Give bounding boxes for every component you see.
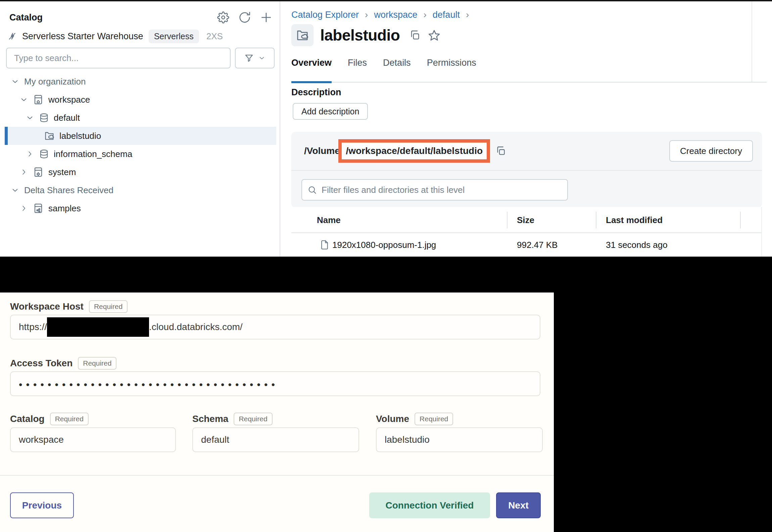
warehouse-name: Serverless Starter Warehouse	[22, 31, 143, 42]
catalog-search-input[interactable]	[6, 48, 231, 68]
tree-item-system[interactable]: system	[0, 163, 279, 181]
refresh-icon[interactable]	[238, 11, 251, 24]
tree-item-default[interactable]: default	[0, 109, 279, 127]
column-divider[interactable]	[596, 212, 596, 228]
catalog-tree: My organization workspace default labels…	[0, 72, 279, 217]
schema-icon	[39, 113, 49, 123]
chevron-right-icon[interactable]	[19, 204, 28, 213]
copy-name-icon[interactable]	[409, 30, 421, 41]
volume-input[interactable]: labelstudio	[376, 427, 543, 452]
catalog-label: Catalog	[10, 414, 45, 424]
previous-button[interactable]: Previous	[10, 492, 74, 518]
add-catalog-icon[interactable]	[259, 11, 273, 24]
breadcrumb-catalog-explorer[interactable]: Catalog Explorer	[291, 10, 359, 20]
catalog-icon	[33, 94, 44, 105]
file-name[interactable]: 1920x1080-opposum-1.jpg	[332, 233, 436, 257]
tab-overview[interactable]: Overview	[291, 58, 332, 76]
chevron-right-icon[interactable]	[26, 150, 34, 158]
tree-item-information-schema[interactable]: information_schema	[0, 145, 279, 163]
tree-item-workspace[interactable]: workspace	[0, 91, 279, 109]
catalog-sidebar: Catalog Serverless Starter Warehouse Ser…	[0, 1, 280, 257]
table-right-border	[761, 207, 762, 257]
file-filter-input[interactable]	[322, 185, 562, 195]
chevron-right-icon[interactable]	[19, 168, 28, 176]
schema-icon	[39, 149, 49, 159]
volume-path-highlighted: /workspace/default/labelstudio	[338, 139, 490, 163]
create-directory-button[interactable]: Create directory	[669, 140, 753, 162]
required-badge: Required	[50, 413, 89, 425]
file-filter-box	[301, 179, 568, 201]
volume-icon-badge	[291, 24, 313, 46]
required-badge: Required	[78, 357, 116, 370]
search-icon	[307, 185, 317, 195]
host-value-prefix: https://	[19, 322, 47, 332]
volume-label: Volume	[376, 414, 409, 424]
chevron-down-icon	[258, 54, 266, 62]
breadcrumb-separator: ›	[466, 9, 469, 20]
page-title: labelstudio	[320, 26, 400, 44]
gear-icon[interactable]	[216, 11, 230, 24]
workspace-host-label: Workspace Host	[10, 301, 84, 312]
tree-item-delta-shares-received[interactable]: Delta Shares Received	[0, 181, 279, 199]
host-value-suffix: .cloud.databricks.com/	[149, 322, 243, 332]
chevron-down-icon[interactable]	[26, 113, 34, 122]
filter-button[interactable]	[235, 48, 275, 68]
volume-detail-pane: Catalog Explorer › workspace › default ›…	[281, 1, 772, 257]
chevron-down-icon[interactable]	[11, 186, 19, 195]
funnel-icon	[244, 53, 254, 63]
schema-input[interactable]: default	[192, 427, 359, 452]
sidebar-title: Catalog	[9, 12, 43, 23]
tree-item-my-organization[interactable]: My organization	[0, 72, 279, 91]
catalog-input[interactable]: workspace	[10, 427, 176, 452]
required-badge: Required	[234, 413, 272, 425]
description-heading: Description	[291, 87, 341, 98]
schema-label: Schema	[192, 414, 228, 424]
system-catalog-icon	[33, 167, 44, 177]
next-button[interactable]: Next	[496, 492, 541, 518]
chevron-down-icon[interactable]	[19, 95, 28, 104]
tab-details[interactable]: Details	[383, 58, 411, 76]
table-header: Name Size Last modified	[291, 207, 762, 233]
access-token-label: Access Token	[10, 358, 73, 369]
serverless-warehouse-icon	[7, 32, 17, 41]
breadcrumb-workspace[interactable]: workspace	[374, 10, 417, 20]
copy-path-icon[interactable]	[495, 146, 506, 156]
panel-divider	[291, 170, 762, 171]
required-badge: Required	[415, 413, 453, 425]
tab-permissions[interactable]: Permissions	[427, 58, 476, 76]
column-divider[interactable]	[740, 212, 741, 228]
table-row[interactable]: 1920x1080-opposum-1.jpg 992.47 KB 31 sec…	[291, 233, 762, 257]
tab-underline-track	[291, 82, 767, 83]
column-header-size[interactable]: Size	[517, 207, 534, 233]
redacted-host-segment	[47, 317, 149, 337]
file-icon	[320, 240, 330, 250]
warehouse-selector[interactable]: Serverless Starter Warehouse Serverless …	[7, 29, 273, 44]
warehouse-size-badge: 2XS	[206, 31, 223, 42]
databricks-connection-form: Workspace Host Required https://.cloud.d…	[0, 292, 554, 532]
required-badge: Required	[89, 300, 128, 313]
masked-token-value: ••••••••••••••••••••••••••••••••••••	[19, 379, 279, 390]
tab-files[interactable]: Files	[348, 58, 367, 76]
breadcrumb: Catalog Explorer › workspace › default ›	[291, 9, 469, 20]
star-favorite-icon[interactable]	[428, 29, 440, 42]
file-modified: 31 seconds ago	[606, 233, 668, 257]
catalog-explorer-section: Catalog Serverless Starter Warehouse Ser…	[0, 1, 772, 257]
file-size: 992.47 KB	[517, 233, 558, 257]
volume-icon	[296, 29, 309, 42]
column-divider[interactable]	[507, 212, 508, 228]
breadcrumb-default[interactable]: default	[433, 10, 460, 20]
volume-icon	[44, 130, 55, 141]
chevron-down-icon[interactable]	[11, 77, 19, 86]
column-header-name[interactable]: Name	[317, 207, 341, 233]
breadcrumb-separator: ›	[424, 9, 427, 20]
access-token-input[interactable]: ••••••••••••••••••••••••••••••••••••	[10, 371, 540, 396]
form-footer-divider	[0, 475, 554, 476]
column-header-modified[interactable]: Last modified	[606, 207, 663, 233]
connection-verified-status: Connection Verified	[369, 492, 490, 518]
tree-item-samples[interactable]: samples	[0, 199, 279, 217]
workspace-host-input[interactable]: https://.cloud.databricks.com/	[10, 315, 540, 339]
tree-item-labelstudio[interactable]: labelstudio	[5, 127, 276, 145]
add-description-button[interactable]: Add description	[293, 103, 368, 120]
active-tab-indicator	[291, 81, 332, 83]
files-table: Name Size Last modified 1920x1080-opposu…	[291, 207, 762, 257]
